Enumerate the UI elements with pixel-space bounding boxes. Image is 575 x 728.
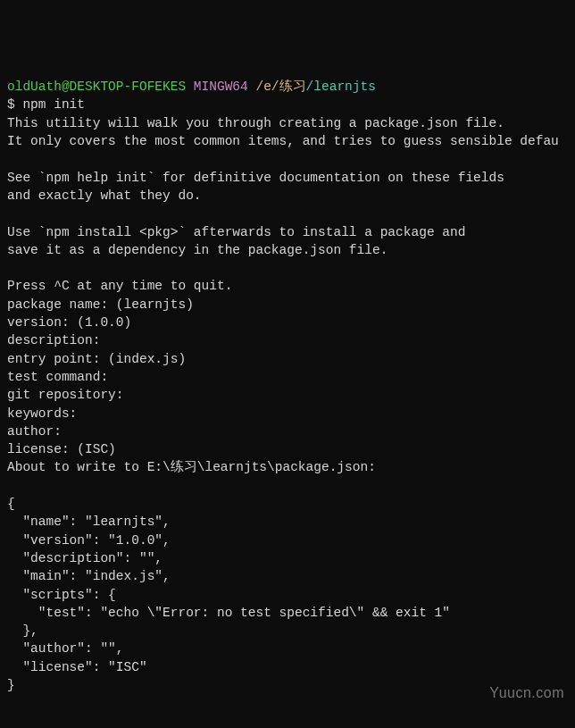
command-text: npm init [22, 97, 85, 112]
output-line: About to write to E:\练习\learnjts\package… [7, 458, 568, 476]
json-line: "scripts": { [7, 586, 568, 604]
command-line: $ npm init [7, 96, 568, 113]
prompt-field: description: [7, 331, 568, 349]
prompt-field: version: (1.0.0) [7, 314, 568, 331]
json-line: "version": "1.0.0", [7, 531, 568, 549]
output-line: Press ^C at any time to quit. [7, 277, 568, 295]
blank-line [7, 259, 568, 277]
blank-line [7, 713, 568, 728]
json-line: } [7, 676, 568, 694]
blank-line [7, 205, 568, 222]
json-line: "description": "", [7, 549, 568, 567]
output-line: This utility will walk you through creat… [7, 114, 568, 132]
output-line: See `npm help init` for definitive docum… [7, 169, 568, 187]
prompt-symbol: $ [7, 97, 15, 112]
json-line: "test": "echo \"Error: no test specified… [7, 604, 568, 622]
prompt-path-root: /e/练习 [255, 79, 305, 94]
output-line: Use `npm install <pkg>` afterwards to in… [7, 223, 568, 241]
output-line: It only covers the most common items, an… [7, 132, 568, 150]
blank-line [7, 150, 568, 168]
prompt-line: oldUath@DESKTOP-FOFEKES MINGW64 /e/练习/le… [7, 78, 568, 96]
prompt-field: author: [7, 423, 568, 440]
prompt-field: git repository: [7, 386, 568, 404]
terminal-output[interactable]: oldUath@DESKTOP-FOFEKES MINGW64 /e/练习/le… [7, 78, 568, 728]
json-line: { [7, 495, 568, 513]
prompt-field: test command: [7, 368, 568, 386]
json-line: "license": "ISC" [7, 658, 568, 676]
output-line: and exactly what they do. [7, 187, 568, 205]
json-line: "name": "learnjts", [7, 513, 568, 531]
blank-line [7, 694, 568, 712]
prompt-user: oldUath@DESKTOP-FOFEKES [7, 79, 186, 94]
prompt-field: keywords: [7, 405, 568, 423]
prompt-field: license: (ISC) [7, 440, 568, 458]
prompt-path-sub: /learnjts [306, 79, 376, 94]
json-line: "author": "", [7, 640, 568, 657]
prompt-shell: MINGW64 [194, 79, 248, 94]
prompt-field: package name: (learnjts) [7, 296, 568, 314]
output-line: save it as a dependency in the package.j… [7, 241, 568, 259]
json-line: }, [7, 622, 568, 640]
prompt-field: entry point: (index.js) [7, 350, 568, 368]
blank-line [7, 477, 568, 495]
watermark: Yuucn.com [489, 683, 564, 703]
json-line: "main": "index.js", [7, 567, 568, 585]
